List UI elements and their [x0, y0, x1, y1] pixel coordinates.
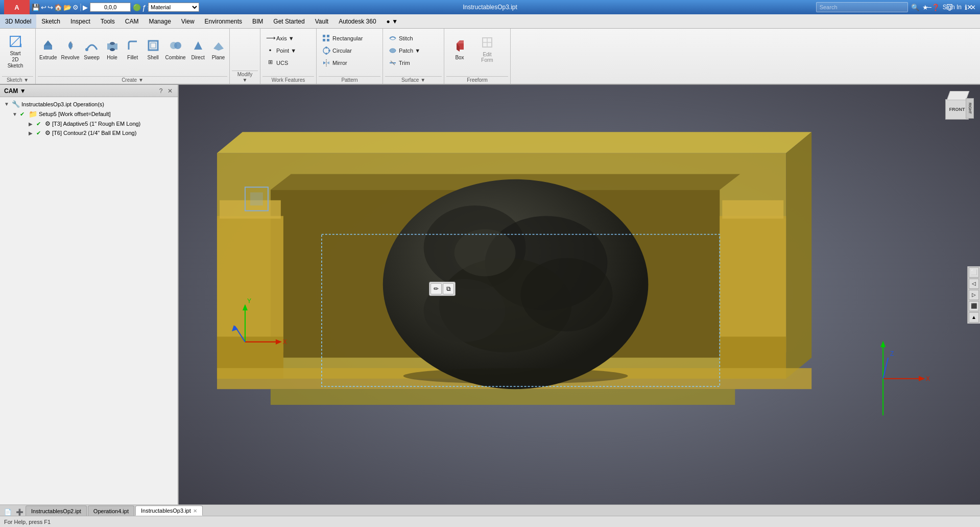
- search-input[interactable]: [816, 2, 908, 12]
- menu-vault[interactable]: Vault: [310, 14, 333, 28]
- shell-btn[interactable]: Shell: [144, 31, 163, 66]
- qa-separator: |: [80, 3, 82, 12]
- status-help-text: For Help, press F1: [4, 519, 51, 525]
- qa-save[interactable]: 💾: [32, 4, 40, 11]
- sweep-btn[interactable]: Sweep: [82, 31, 102, 66]
- svg-point-8: [110, 48, 115, 51]
- qa-settings[interactable]: ⚙: [73, 4, 79, 11]
- edit-form-btn[interactable]: EditForm: [474, 31, 500, 66]
- material-dropdown[interactable]: Material: [148, 3, 199, 12]
- qa-formula[interactable]: ƒ: [142, 3, 146, 12]
- tab-operation4[interactable]: Operation4.ipt: [88, 506, 134, 516]
- tree-setup5[interactable]: ▼ ✔ 📁 Setup5 [Work offset=Default]: [10, 109, 176, 119]
- cam-panel: CAM ▼ ? ✕ ▼ 🔧 InstructablesOp3.ipt Opera…: [0, 85, 179, 505]
- qa-extra1[interactable]: 🟢: [133, 3, 141, 12]
- vp-btn3[interactable]: ▷: [969, 290, 979, 300]
- modify-section-content: [232, 31, 258, 71]
- menu-more[interactable]: ● ▼: [381, 14, 403, 28]
- point-btn[interactable]: • Point ▼: [262, 45, 308, 56]
- vp-btn2[interactable]: ◁: [969, 279, 979, 289]
- menu-tools[interactable]: Tools: [95, 14, 120, 28]
- hole-btn[interactable]: Hole: [103, 31, 122, 66]
- cube-right-face[interactable]: RIGHT: [966, 98, 974, 119]
- start-2d-sketch-btn[interactable]: Start2D Sketch: [2, 31, 29, 72]
- tree-root[interactable]: ▼ 🔧 InstructablesOp3.ipt Operation(s): [2, 99, 176, 109]
- cam-panel-close-btn[interactable]: ✕: [166, 87, 174, 95]
- rectangular-btn[interactable]: Rectangular: [319, 33, 366, 44]
- svg-rect-44: [722, 200, 783, 219]
- menu-view[interactable]: View: [176, 14, 200, 28]
- restore-btn[interactable]: ❐: [939, 0, 960, 14]
- tab-page-icon[interactable]: 📄: [2, 509, 14, 516]
- qa-home[interactable]: 🏠: [54, 4, 62, 11]
- surface-section-btn[interactable]: Surface ▼: [401, 77, 425, 83]
- sketch-section-btn[interactable]: Sketch ▼: [7, 77, 29, 83]
- direct-btn[interactable]: Direct: [188, 31, 208, 66]
- qa-open[interactable]: 📂: [63, 4, 71, 11]
- extrude-btn[interactable]: Extrude: [38, 31, 58, 66]
- tab-instructablesop3[interactable]: InstructablesOp3.ipt ✕: [135, 506, 203, 516]
- mirror-label: Mirror: [332, 60, 347, 66]
- menu-bim[interactable]: BIM: [247, 14, 268, 28]
- combine-btn[interactable]: Combine: [164, 31, 187, 66]
- ribbon-modify-section: Modify ▼: [230, 29, 260, 84]
- vp-btn4[interactable]: ⬛: [969, 301, 979, 311]
- coordinate-input[interactable]: [90, 3, 131, 12]
- tree-adaptive5[interactable]: ▶ ✔ ⚙ [T3] Adaptive5 (1" Rough EM Long): [27, 119, 176, 128]
- cam-panel-header: CAM ▼ ? ✕: [0, 85, 178, 97]
- create-section-btn[interactable]: Create ▼: [122, 77, 144, 83]
- menu-environments[interactable]: Environments: [200, 14, 247, 28]
- menu-sketch[interactable]: Sketch: [36, 14, 65, 28]
- tab-label-3: InstructablesOp3.ipt: [141, 508, 191, 514]
- revolve-btn[interactable]: Revolve: [59, 31, 81, 66]
- ucs-btn[interactable]: ⊞ UCS: [262, 57, 308, 68]
- tab-instructablesop2[interactable]: InstructablesOp2.ipt: [26, 506, 87, 516]
- box-btn[interactable]: Box: [446, 31, 473, 66]
- workfeatures-section-label: Work Features: [262, 76, 314, 84]
- tab-close-3[interactable]: ✕: [193, 508, 197, 514]
- vp-btn1[interactable]: ⬜: [969, 267, 979, 278]
- axis-btn[interactable]: ⟶ Axis ▼: [262, 33, 308, 44]
- vp-btn5[interactable]: ▲: [969, 312, 979, 323]
- circular-btn[interactable]: Circular: [319, 45, 366, 56]
- tab-add-icon[interactable]: ➕: [14, 509, 26, 516]
- mirror-btn[interactable]: Mirror: [319, 57, 366, 68]
- workfeatures-section-content: ⟶ Axis ▼ • Point ▼ ⊞ UCS: [262, 31, 314, 76]
- menu-inspect[interactable]: Inspect: [65, 14, 95, 28]
- trim-btn[interactable]: Trim: [385, 57, 431, 68]
- svg-rect-17: [323, 39, 325, 41]
- revolve-icon: [62, 37, 79, 54]
- patch-btn[interactable]: Patch ▼: [385, 45, 431, 56]
- svg-line-1: [10, 36, 20, 47]
- ft-btn2[interactable]: ⧉: [443, 283, 454, 294]
- folder-setup5: 📁: [29, 110, 37, 118]
- close-btn[interactable]: ✕: [960, 0, 980, 14]
- menu-autodesk360[interactable]: Autodesk 360: [333, 14, 381, 28]
- menu-getstarted[interactable]: Get Started: [268, 14, 309, 28]
- qa-undo[interactable]: ↩: [41, 4, 46, 11]
- menu-cam[interactable]: CAM: [120, 14, 144, 28]
- edit-form-label: EditForm: [481, 52, 493, 63]
- combine-label: Combine: [165, 55, 186, 60]
- qa-redo[interactable]: ↪: [47, 4, 53, 11]
- svg-rect-58: [250, 192, 263, 205]
- plane-btn[interactable]: Plane: [209, 31, 228, 66]
- viewport[interactable]: Y X X Z: [179, 85, 980, 505]
- ft-btn1[interactable]: ✏: [431, 283, 442, 294]
- svg-point-20: [325, 47, 327, 49]
- view-cube[interactable]: FRONT RIGHT: [939, 90, 975, 126]
- search-btn[interactable]: 🔍: [911, 4, 919, 11]
- fillet-btn[interactable]: Fillet: [123, 31, 142, 66]
- svg-point-53: [521, 258, 613, 332]
- svg-text:X: X: [926, 375, 930, 382]
- stitch-btn[interactable]: Stitch: [385, 33, 431, 44]
- menu-3dmodel[interactable]: 3D Model: [0, 14, 36, 28]
- menu-manage[interactable]: Manage: [144, 14, 176, 28]
- modify-section-btn[interactable]: Modify ▼: [235, 72, 255, 83]
- qa-play[interactable]: ▶: [83, 4, 88, 11]
- modify-section-label: Modify ▼: [232, 71, 258, 84]
- minimize-btn[interactable]: ─: [919, 0, 939, 14]
- tree-contour2[interactable]: ▶ ✔ ⚙ [T6] Contour2 (1/4" Ball EM Long): [27, 128, 176, 138]
- cam-help-btn[interactable]: ?: [157, 87, 164, 95]
- svg-text:Z: Z: [890, 350, 894, 357]
